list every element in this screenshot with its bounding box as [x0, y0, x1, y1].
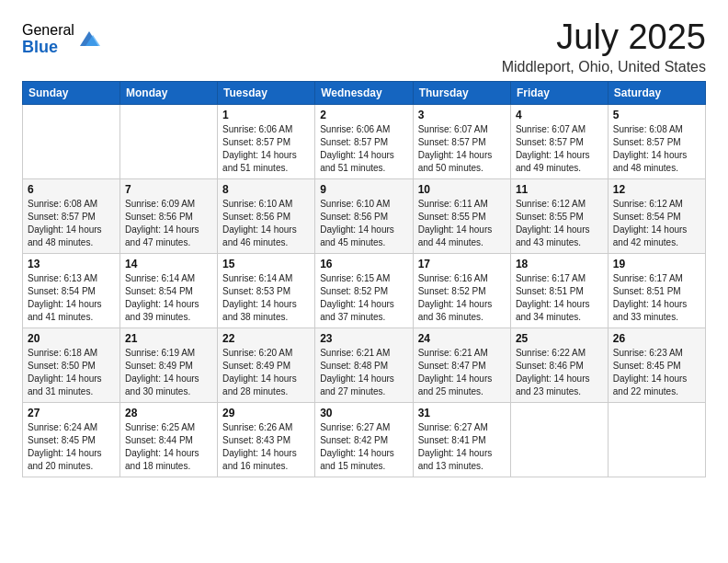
day-info: Sunrise: 6:07 AM Sunset: 8:57 PM Dayligh… — [516, 123, 603, 175]
calendar-cell: 7Sunrise: 6:09 AM Sunset: 8:56 PM Daylig… — [120, 178, 218, 253]
calendar-cell: 27Sunrise: 6:24 AM Sunset: 8:45 PM Dayli… — [23, 402, 120, 477]
day-info: Sunrise: 6:09 AM Sunset: 8:56 PM Dayligh… — [125, 198, 212, 249]
month-title: July 2025 — [502, 18, 706, 57]
calendar-cell: 29Sunrise: 6:26 AM Sunset: 8:43 PM Dayli… — [218, 402, 315, 477]
calendar-cell: 24Sunrise: 6:21 AM Sunset: 8:47 PM Dayli… — [413, 327, 510, 402]
logo: General Blue — [22, 22, 102, 56]
day-number: 6 — [28, 183, 115, 196]
title-area: July 2025 Middleport, Ohio, United State… — [502, 18, 706, 75]
day-info: Sunrise: 6:25 AM Sunset: 8:44 PM Dayligh… — [125, 421, 212, 473]
calendar-cell: 26Sunrise: 6:23 AM Sunset: 8:45 PM Dayli… — [608, 327, 705, 402]
calendar-cell: 11Sunrise: 6:12 AM Sunset: 8:55 PM Dayli… — [510, 178, 608, 253]
day-info: Sunrise: 6:11 AM Sunset: 8:55 PM Dayligh… — [418, 198, 506, 249]
logo-general: General — [22, 22, 74, 39]
day-number: 3 — [418, 109, 506, 121]
day-number: 11 — [516, 183, 603, 196]
day-info: Sunrise: 6:16 AM Sunset: 8:52 PM Dayligh… — [418, 272, 506, 324]
day-info: Sunrise: 6:21 AM Sunset: 8:48 PM Dayligh… — [320, 347, 407, 398]
day-info: Sunrise: 6:24 AM Sunset: 8:45 PM Dayligh… — [28, 421, 115, 473]
day-info: Sunrise: 6:27 AM Sunset: 8:41 PM Dayligh… — [418, 421, 506, 473]
calendar-cell: 5Sunrise: 6:08 AM Sunset: 8:57 PM Daylig… — [608, 104, 705, 178]
calendar-table: SundayMondayTuesdayWednesdayThursdayFrid… — [22, 81, 706, 477]
calendar-cell: 31Sunrise: 6:27 AM Sunset: 8:41 PM Dayli… — [413, 402, 510, 477]
day-info: Sunrise: 6:10 AM Sunset: 8:56 PM Dayligh… — [320, 198, 407, 249]
day-number: 20 — [28, 332, 115, 345]
day-info: Sunrise: 6:21 AM Sunset: 8:47 PM Dayligh… — [418, 347, 506, 398]
calendar-cell: 4Sunrise: 6:07 AM Sunset: 8:57 PM Daylig… — [510, 104, 608, 178]
day-number: 4 — [516, 109, 603, 121]
day-number: 25 — [516, 332, 603, 345]
calendar-week-row: 27Sunrise: 6:24 AM Sunset: 8:45 PM Dayli… — [23, 402, 706, 477]
weekday-header-thursday: Thursday — [413, 81, 510, 104]
day-info: Sunrise: 6:26 AM Sunset: 8:43 PM Dayligh… — [222, 421, 310, 473]
calendar-cell: 8Sunrise: 6:10 AM Sunset: 8:56 PM Daylig… — [218, 178, 315, 253]
day-info: Sunrise: 6:13 AM Sunset: 8:54 PM Dayligh… — [28, 272, 115, 324]
day-number: 19 — [613, 258, 700, 270]
calendar-cell: 6Sunrise: 6:08 AM Sunset: 8:57 PM Daylig… — [23, 178, 120, 253]
day-info: Sunrise: 6:08 AM Sunset: 8:57 PM Dayligh… — [613, 123, 700, 175]
day-info: Sunrise: 6:06 AM Sunset: 8:57 PM Dayligh… — [320, 123, 407, 175]
day-info: Sunrise: 6:08 AM Sunset: 8:57 PM Dayligh… — [28, 198, 115, 249]
day-number: 10 — [418, 183, 506, 196]
day-info: Sunrise: 6:20 AM Sunset: 8:49 PM Dayligh… — [222, 347, 310, 398]
day-number: 9 — [320, 183, 407, 196]
calendar-cell: 25Sunrise: 6:22 AM Sunset: 8:46 PM Dayli… — [510, 327, 608, 402]
calendar-cell: 22Sunrise: 6:20 AM Sunset: 8:49 PM Dayli… — [218, 327, 315, 402]
calendar-cell: 1Sunrise: 6:06 AM Sunset: 8:57 PM Daylig… — [218, 104, 315, 178]
calendar-cell: 9Sunrise: 6:10 AM Sunset: 8:56 PM Daylig… — [315, 178, 413, 253]
weekday-header-row: SundayMondayTuesdayWednesdayThursdayFrid… — [23, 81, 706, 104]
day-number: 18 — [516, 258, 603, 270]
day-info: Sunrise: 6:17 AM Sunset: 8:51 PM Dayligh… — [516, 272, 603, 324]
calendar-cell: 28Sunrise: 6:25 AM Sunset: 8:44 PM Dayli… — [120, 402, 218, 477]
calendar-cell: 15Sunrise: 6:14 AM Sunset: 8:53 PM Dayli… — [218, 253, 315, 327]
day-number: 13 — [28, 258, 115, 270]
day-number: 12 — [613, 183, 700, 196]
day-info: Sunrise: 6:15 AM Sunset: 8:52 PM Dayligh… — [320, 272, 407, 324]
location-title: Middleport, Ohio, United States — [502, 59, 706, 75]
weekday-header-wednesday: Wednesday — [315, 81, 413, 104]
day-info: Sunrise: 6:19 AM Sunset: 8:49 PM Dayligh… — [125, 347, 212, 398]
day-number: 28 — [125, 407, 212, 419]
day-number: 7 — [125, 183, 212, 196]
calendar-cell: 12Sunrise: 6:12 AM Sunset: 8:54 PM Dayli… — [608, 178, 705, 253]
calendar-cell — [608, 402, 705, 477]
calendar-cell: 3Sunrise: 6:07 AM Sunset: 8:57 PM Daylig… — [413, 104, 510, 178]
day-number: 21 — [125, 332, 212, 345]
logo-blue: Blue — [22, 39, 74, 57]
day-number: 24 — [418, 332, 506, 345]
day-number: 31 — [418, 407, 506, 419]
calendar-cell: 18Sunrise: 6:17 AM Sunset: 8:51 PM Dayli… — [510, 253, 608, 327]
logo-icon — [76, 26, 102, 52]
day-info: Sunrise: 6:17 AM Sunset: 8:51 PM Dayligh… — [613, 272, 700, 324]
day-number: 29 — [222, 407, 310, 419]
day-info: Sunrise: 6:14 AM Sunset: 8:54 PM Dayligh… — [125, 272, 212, 324]
day-info: Sunrise: 6:22 AM Sunset: 8:46 PM Dayligh… — [516, 347, 603, 398]
day-number: 23 — [320, 332, 407, 345]
calendar-cell: 16Sunrise: 6:15 AM Sunset: 8:52 PM Dayli… — [315, 253, 413, 327]
day-number: 17 — [418, 258, 506, 270]
calendar-cell: 10Sunrise: 6:11 AM Sunset: 8:55 PM Dayli… — [413, 178, 510, 253]
day-number: 8 — [222, 183, 310, 196]
calendar-cell: 2Sunrise: 6:06 AM Sunset: 8:57 PM Daylig… — [315, 104, 413, 178]
day-info: Sunrise: 6:23 AM Sunset: 8:45 PM Dayligh… — [613, 347, 700, 398]
day-info: Sunrise: 6:27 AM Sunset: 8:42 PM Dayligh… — [320, 421, 407, 473]
weekday-header-sunday: Sunday — [23, 81, 120, 104]
day-number: 26 — [613, 332, 700, 345]
weekday-header-tuesday: Tuesday — [218, 81, 315, 104]
calendar-week-row: 20Sunrise: 6:18 AM Sunset: 8:50 PM Dayli… — [23, 327, 706, 402]
calendar-cell: 13Sunrise: 6:13 AM Sunset: 8:54 PM Dayli… — [23, 253, 120, 327]
calendar-week-row: 13Sunrise: 6:13 AM Sunset: 8:54 PM Dayli… — [23, 253, 706, 327]
day-info: Sunrise: 6:06 AM Sunset: 8:57 PM Dayligh… — [222, 123, 310, 175]
day-number: 14 — [125, 258, 212, 270]
day-info: Sunrise: 6:12 AM Sunset: 8:55 PM Dayligh… — [516, 198, 603, 249]
page-header: General Blue July 2025 Middleport, Ohio,… — [22, 18, 706, 75]
day-number: 1 — [222, 109, 310, 121]
day-info: Sunrise: 6:12 AM Sunset: 8:54 PM Dayligh… — [613, 198, 700, 249]
day-number: 2 — [320, 109, 407, 121]
day-number: 16 — [320, 258, 407, 270]
calendar-cell — [510, 402, 608, 477]
calendar-cell: 23Sunrise: 6:21 AM Sunset: 8:48 PM Dayli… — [315, 327, 413, 402]
weekday-header-saturday: Saturday — [608, 81, 705, 104]
day-number: 30 — [320, 407, 407, 419]
day-number: 22 — [222, 332, 310, 345]
